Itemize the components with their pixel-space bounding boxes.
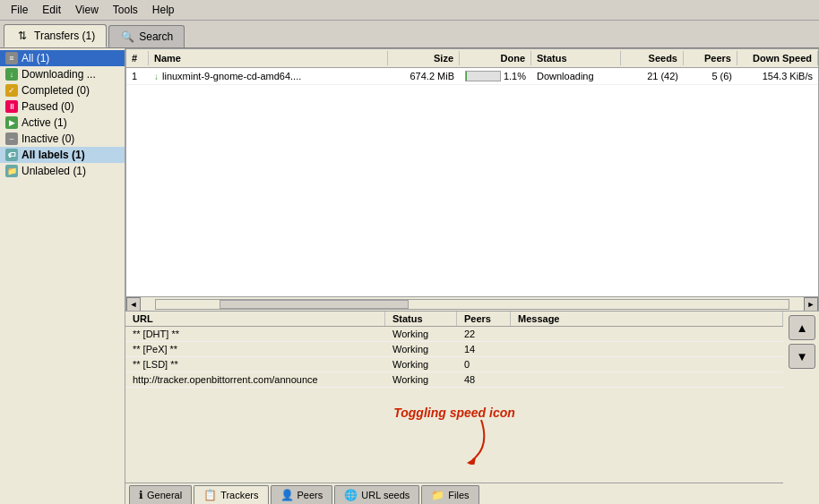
trackers-icon: 📋: [203, 489, 217, 501]
search-icon: 🔍: [120, 30, 134, 44]
scroll-left-btn[interactable]: ◄: [126, 297, 141, 312]
tab-transfers[interactable]: ⇅ Transfers (1): [4, 24, 107, 47]
col-header-name[interactable]: Name: [149, 51, 388, 65]
general-icon: ℹ: [139, 489, 143, 501]
detail-tab-files-label: Files: [448, 490, 469, 500]
scrollbar-thumb[interactable]: [220, 300, 410, 309]
tracker-peers-0: 22: [457, 327, 511, 341]
sidebar-item-all-label: All (1): [22, 52, 49, 64]
detail-col-peers: Peers: [457, 312, 511, 326]
svg-marker-0: [467, 457, 476, 465]
annotation-text: Toggling speed icon: [393, 406, 515, 420]
sidebar-item-inactive[interactable]: – Inactive (0): [0, 131, 125, 147]
detail-tab-peers[interactable]: 👤 Peers: [271, 485, 333, 504]
transfers-icon: ⇅: [15, 29, 30, 43]
label-icon: 🏷: [5, 149, 18, 161]
menu-view[interactable]: View: [68, 2, 106, 18]
list-item[interactable]: ** [PeX] ** Working 14: [125, 342, 783, 357]
tracker-url-0: ** [DHT] **: [125, 327, 385, 341]
downloading-icon: ↓: [5, 68, 18, 81]
sidebar-item-paused-label: Paused (0): [22, 100, 74, 113]
table-row[interactable]: 1 ↓ linuxmint-9-gnome-cd-amd64.... 674.2…: [126, 68, 818, 85]
col-header-seeds[interactable]: Seeds: [621, 51, 684, 65]
detail-tabs: ℹ General 📋 Trackers 👤 Peers 🌐 URL seeds: [125, 483, 783, 504]
row-seeds: 21 (42): [621, 69, 684, 83]
detail-tab-trackers-label: Trackers: [220, 490, 258, 500]
detail-col-status: Status: [385, 312, 457, 326]
torrent-type-icon: ↓: [154, 72, 159, 81]
list-item[interactable]: ** [LSD] ** Working 0: [125, 357, 783, 372]
detail-tab-general[interactable]: ℹ General: [129, 485, 192, 504]
remove-tracker-button[interactable]: ▼: [789, 344, 815, 369]
inactive-icon: –: [5, 132, 18, 145]
scroll-right-btn[interactable]: ►: [804, 297, 818, 312]
menu-tools[interactable]: Tools: [106, 2, 145, 18]
sidebar-item-active[interactable]: ▶ Active (1): [0, 115, 125, 131]
transfer-list: # Name Size Done Status Seeds Peers Down…: [125, 48, 819, 312]
tracker-url-1: ** [PeX] **: [125, 342, 385, 356]
sidebar-item-downloading-label: Downloading ...: [22, 68, 96, 81]
row-name: ↓ linuxmint-9-gnome-cd-amd64....: [149, 69, 388, 83]
detail-tab-trackers[interactable]: 📋 Trackers: [194, 485, 268, 504]
list-header: # Name Size Done Status Seeds Peers Down…: [126, 49, 818, 68]
add-tracker-button[interactable]: ▲: [789, 315, 815, 340]
col-header-size[interactable]: Size: [388, 51, 460, 65]
remove-tracker-icon: ▼: [796, 350, 807, 363]
tracker-status-2: Working: [385, 357, 457, 372]
tracker-status-3: Working: [385, 372, 457, 387]
sidebar-item-downloading[interactable]: ↓ Downloading ...: [0, 66, 125, 82]
col-header-status[interactable]: Status: [531, 51, 621, 65]
urlseeds-icon: 🌐: [344, 489, 358, 501]
row-done: 1.1%: [460, 69, 531, 83]
detail-col-url: URL: [125, 312, 385, 326]
col-header-done[interactable]: Done: [460, 51, 531, 65]
sidebar-item-paused[interactable]: ⏸ Paused (0): [0, 98, 125, 115]
detail-header: URL Status Peers Message: [125, 312, 783, 327]
tracker-message-2: [511, 357, 783, 372]
add-tracker-icon: ▲: [796, 321, 807, 335]
detail-tab-general-label: General: [147, 490, 182, 500]
row-size: 674.2 MiB: [388, 69, 460, 83]
horizontal-scrollbar[interactable]: ◄ ►: [126, 296, 818, 311]
col-header-peers[interactable]: Peers: [684, 51, 737, 65]
menubar: File Edit View Tools Help: [0, 0, 819, 21]
files-icon: 📁: [431, 489, 444, 501]
menu-file[interactable]: File: [4, 2, 35, 18]
col-header-speed[interactable]: Down Speed: [737, 51, 818, 65]
detail-tab-urlseeds[interactable]: 🌐 URL seeds: [334, 485, 419, 504]
sidebar-item-unlabeled[interactable]: 📁 Unlabeled (1): [0, 163, 125, 179]
annotation-arrow-svg: [401, 420, 508, 465]
sidebar-item-completed-label: Completed (0): [22, 84, 90, 97]
sidebar-item-unlabeled-label: Unlabeled (1): [22, 165, 86, 177]
sidebar-item-completed[interactable]: ✓ Completed (0): [0, 82, 125, 98]
sidebar-item-inactive-label: Inactive (0): [22, 132, 74, 145]
sidebar-item-all[interactable]: ≡ All (1): [0, 50, 125, 66]
tracker-peers-2: 0: [457, 357, 511, 372]
list-item[interactable]: http://tracker.openbittorrent.com/announ…: [125, 372, 783, 388]
menu-help[interactable]: Help: [145, 2, 182, 18]
tracker-message-0: [511, 327, 783, 341]
tracker-status-0: Working: [385, 327, 457, 341]
sidebar-item-all-labels-label: All labels (1): [22, 149, 85, 161]
list-item[interactable]: ** [DHT] ** Working 22: [125, 327, 783, 342]
tracker-message-3: [511, 372, 783, 387]
tracker-peers-1: 14: [457, 342, 511, 356]
row-num: 1: [126, 69, 149, 83]
unlabeled-icon: 📁: [5, 165, 18, 177]
detail-tab-peers-label: Peers: [297, 490, 323, 500]
content-area: # Name Size Done Status Seeds Peers Down…: [125, 48, 819, 504]
sidebar: ≡ All (1) ↓ Downloading ... ✓ Completed …: [0, 48, 125, 504]
scrollbar-track[interactable]: [155, 299, 789, 310]
menu-edit[interactable]: Edit: [35, 2, 68, 18]
tracker-url-2: ** [LSD] **: [125, 357, 385, 372]
peers-icon: 👤: [280, 489, 294, 501]
tracker-peers-3: 48: [457, 372, 511, 387]
tab-search[interactable]: 🔍 Search: [108, 25, 185, 47]
row-peers: 5 (6): [684, 69, 737, 83]
tracker-status-1: Working: [385, 342, 457, 356]
col-header-num[interactable]: #: [126, 51, 149, 65]
detail-tab-urlseeds-label: URL seeds: [361, 490, 410, 500]
list-body: 1 ↓ linuxmint-9-gnome-cd-amd64.... 674.2…: [126, 68, 818, 296]
detail-tab-files[interactable]: 📁 Files: [421, 485, 478, 504]
sidebar-item-all-labels[interactable]: 🏷 All labels (1): [0, 147, 125, 163]
